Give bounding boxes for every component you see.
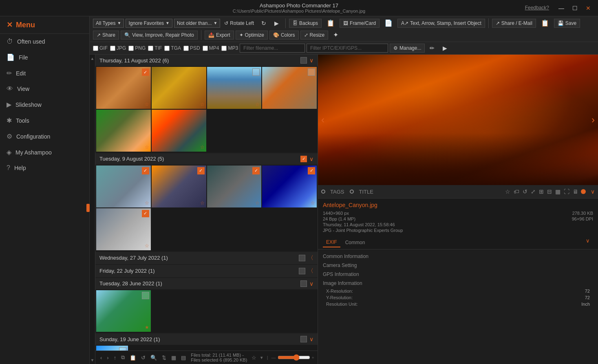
rotate-info-icon[interactable]: ↺ <box>522 188 528 196</box>
rotate-left-button[interactable]: ↺ Rotate Left <box>222 19 256 27</box>
exif-expand-icon[interactable]: ∨ <box>586 238 590 244</box>
filter-mp4[interactable]: MP4 <box>203 45 219 51</box>
restore-button[interactable]: ☐ <box>569 3 581 13</box>
filter-age-dropdown[interactable]: Not older than... ▼ <box>174 19 220 28</box>
photo-thumb-p3[interactable]: ☆ <box>207 67 262 109</box>
text-arrow-button[interactable]: A↗ Text, Arrow, Stamp, Insert Object <box>397 19 485 28</box>
filter-favorites-dropdown[interactable]: Ignore Favorites ▼ <box>126 19 172 28</box>
filter-psd[interactable]: PSD <box>183 45 200 51</box>
monitor-icon[interactable]: 🖥 <box>572 188 579 196</box>
star-info-icon[interactable]: ☆ <box>504 188 511 196</box>
photo-thumb-p11[interactable]: ✓ ☆ <box>96 208 151 250</box>
photo-thumb-p10[interactable]: ✓ ☆ <box>262 165 317 207</box>
exif-section-camera-setting[interactable]: Camera Setting <box>323 261 593 270</box>
next-page-button[interactable]: › <box>105 354 110 362</box>
chevron-right-jul27-icon[interactable]: 〈 <box>308 254 313 262</box>
title-radio[interactable] <box>350 190 354 194</box>
expand-icon[interactable]: ⤢ <box>530 188 536 196</box>
filter-png[interactable]: PNG <box>128 45 146 51</box>
colors-button[interactable]: 🎨 Colors <box>269 31 299 40</box>
photo-thumb-p8[interactable]: ✓ ☆ <box>152 165 206 207</box>
compare-icon[interactable]: ⊟ <box>546 188 553 196</box>
filter-tga[interactable]: TGA <box>164 45 181 51</box>
date-header-aug11[interactable]: Thursday, 11 August 2022 (6) ∨ <box>95 55 318 66</box>
prev-page-button[interactable]: ‹ <box>99 354 104 362</box>
copy-button[interactable]: ⧉ <box>119 353 126 362</box>
date-header-jul27[interactable]: Wednesday, 27 July 2022 (1) 〈 <box>95 252 318 264</box>
filter-type-dropdown[interactable]: All Types ▼ <box>93 19 124 28</box>
filter-gif[interactable]: GIF <box>93 45 108 51</box>
chevron-down-jun19-icon[interactable]: ∨ <box>309 336 313 342</box>
exif-tab-common[interactable]: Common <box>342 238 369 247</box>
sidebar-item-often-used[interactable]: ⏱ Often used <box>0 34 89 49</box>
preview-nav-left[interactable]: ‹ <box>321 114 324 126</box>
color-dot[interactable] <box>581 189 586 194</box>
tab-tags[interactable]: TAGS <box>327 187 347 196</box>
group-checkbox-jun28[interactable] <box>300 280 307 287</box>
photo-thumb-p2[interactable]: ☆ <box>152 67 206 109</box>
rotate-right-button[interactable]: ↻ <box>258 19 269 28</box>
date-header-jun28[interactable]: Tuesday, 28 June 2022 (1) ∨ <box>95 278 318 289</box>
photo-thumb-p6[interactable]: ☆ <box>152 110 206 152</box>
group-checkbox-jul27[interactable] <box>299 255 305 261</box>
exif-tab-exif[interactable]: EXIF <box>323 238 340 247</box>
group-checkbox-aug11[interactable] <box>300 57 307 64</box>
chevron-down-aug9-icon[interactable]: ∨ <box>309 156 313 162</box>
photo-thumb-p1[interactable]: ✓ ☆ <box>96 67 151 109</box>
sidebar-item-help[interactable]: ? Help <box>0 160 89 176</box>
sidebar-item-file[interactable]: 📄 File <box>0 49 89 65</box>
sidebar-item-view[interactable]: 👁 View <box>0 81 89 97</box>
frame-card-button[interactable]: 🖼 Frame/Card <box>340 19 380 28</box>
share-email-button[interactable]: ↗ Share / E-Mail <box>492 19 536 28</box>
exif-section-common-info[interactable]: Common Information <box>323 252 593 261</box>
chevron-down-aug11-icon[interactable]: ∨ <box>309 57 313 64</box>
tags-radio[interactable] <box>321 190 325 194</box>
share-secondary-button[interactable]: 📋 <box>538 18 552 28</box>
favorites-dropdown[interactable]: ▼ <box>260 355 264 360</box>
sort-button[interactable]: ⇅ <box>160 354 168 362</box>
list-view-button[interactable]: ▤ <box>179 354 188 362</box>
backups-button[interactable]: 🗄 Backups <box>289 19 322 28</box>
date-header-jul22[interactable]: Friday, 22 July 2022 (1) 〈 <box>95 265 318 277</box>
more-options-button[interactable]: ✦ <box>330 30 342 40</box>
backups-secondary-button[interactable]: 📋 <box>323 18 338 28</box>
sidebar-close-icon[interactable]: ✕ <box>7 20 13 29</box>
photo-thumb-p7[interactable]: ✓ ☆ <box>96 165 151 207</box>
tab-title[interactable]: TITLE <box>355 187 376 196</box>
sidebar-item-edit[interactable]: ✏ Edit <box>0 65 89 81</box>
slideshow-secondary-button[interactable]: ▶ <box>439 44 450 53</box>
filter-tif[interactable]: TIF <box>148 45 162 51</box>
photo-thumb-p12[interactable]: ★ <box>96 290 151 332</box>
manage-button[interactable]: ⚙ Manage... <box>390 44 425 53</box>
chevron-down-jun28-icon[interactable]: ∨ <box>309 280 313 287</box>
save-button[interactable]: 💾 Save <box>554 19 580 28</box>
crop-icon[interactable]: ⊞ <box>538 188 545 196</box>
exif-section-gps-info[interactable]: GPS Information <box>323 270 593 279</box>
sidebar-item-configuration[interactable]: ⚙ Configuration <box>0 128 89 144</box>
grid-icon[interactable]: ▦ <box>554 188 561 196</box>
scroll-up-button[interactable]: ↑ <box>112 354 118 362</box>
date-header-aug9[interactable]: Tuesday, 9 August 2022 (5) ✓ ∨ <box>95 153 318 165</box>
exif-section-image-info[interactable]: Image Information <box>323 279 593 288</box>
iptc-filter-input[interactable] <box>307 44 388 53</box>
sidebar-item-slideshow[interactable]: ▶ Slideshow <box>0 97 89 113</box>
expand-info-icon[interactable]: ∨ <box>591 188 595 195</box>
edit-secondary-button[interactable]: ✏ <box>426 44 438 53</box>
chevron-right-jul22-icon[interactable]: 〈 <box>308 267 313 275</box>
optimize-button[interactable]: ✦ Optimize <box>236 31 268 40</box>
date-header-jun19[interactable]: Sunday, 19 June 2022 (1) ∨ <box>95 333 318 345</box>
minimize-button[interactable]: — <box>555 3 567 13</box>
group-checkbox-aug9[interactable]: ✓ <box>300 156 307 162</box>
sidebar-item-tools[interactable]: ✱ Tools <box>0 113 89 128</box>
grid-view-button[interactable]: ▦ <box>170 354 178 362</box>
export-button[interactable]: 📤 Export <box>205 31 234 40</box>
search-button[interactable]: 🔍 <box>149 354 159 362</box>
paste-button[interactable]: 📋 <box>128 354 138 362</box>
filename-filter-input[interactable] <box>240 44 305 53</box>
filter-mp3[interactable]: MP3 <box>221 45 238 51</box>
view-improve-button[interactable]: 🔍 View, Improve, Repair Photo <box>121 31 198 40</box>
slideshow-play-button[interactable]: ▶ <box>271 19 282 28</box>
group-checkbox-jun19[interactable] <box>300 336 307 342</box>
fullscreen-icon[interactable]: ⛶ <box>563 188 570 196</box>
frame-secondary-button[interactable]: 📄 <box>381 18 396 28</box>
